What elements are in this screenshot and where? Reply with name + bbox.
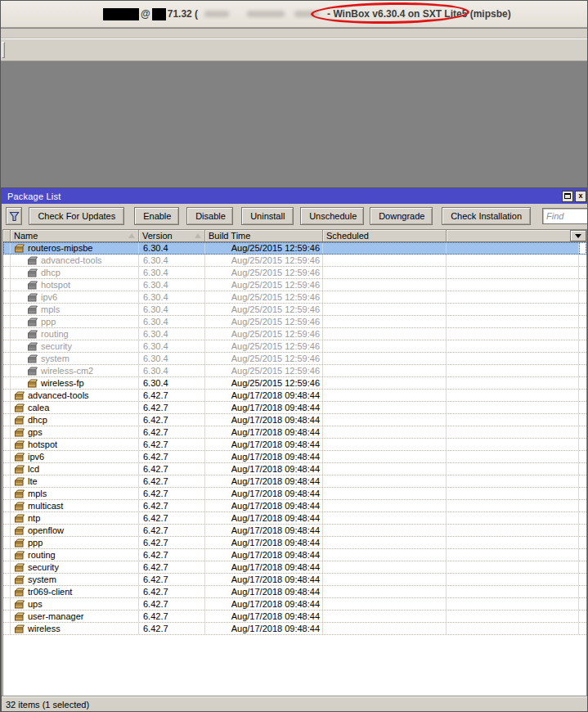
package-build-time: Aug/17/2018 09:48:44 [231, 599, 320, 609]
maximize-button[interactable] [562, 191, 573, 202]
table-row[interactable]: gps 6.42.7 Aug/17/2018 09:48:44 [3, 426, 586, 439]
table-row[interactable]: wireless-fp 6.30.4 Aug/25/2015 12:59:46 [3, 377, 586, 390]
table-row[interactable]: mpls 6.42.7 Aug/17/2018 09:48:44 [3, 488, 586, 500]
package-icon [27, 367, 38, 376]
package-version: 6.42.7 [143, 538, 168, 548]
package-version: 6.30.4 [143, 255, 168, 265]
table-row[interactable]: multicast 6.42.7 Aug/17/2018 09:48:44 [3, 500, 586, 512]
package-icon [27, 281, 38, 290]
header-name[interactable]: Name [11, 230, 139, 241]
package-name: user-manager [28, 611, 83, 621]
table-row[interactable]: routing 6.42.7 Aug/17/2018 09:48:44 [3, 549, 586, 561]
table-row[interactable]: calea 6.42.7 Aug/17/2018 09:48:44 [3, 402, 586, 414]
table-row[interactable]: hotspot 6.42.7 Aug/17/2018 09:48:44 [3, 439, 586, 451]
package-build-time: Aug/17/2018 09:48:44 [231, 439, 320, 449]
uninstall-button[interactable]: Uninstall [241, 207, 294, 225]
package-version: 6.42.7 [143, 403, 168, 412]
package-version: 6.30.4 [143, 354, 168, 363]
package-name: ppp [28, 538, 43, 548]
package-version: 6.30.4 [143, 268, 168, 277]
disable-button[interactable]: Disable [186, 207, 233, 225]
blurred-redaction [198, 7, 327, 20]
close-button[interactable]: x [575, 191, 586, 202]
table-row[interactable]: ups 6.42.7 Aug/17/2018 09:48:44 [3, 598, 586, 611]
package-version: 6.42.7 [143, 476, 168, 486]
check-installation-button[interactable]: Check Installation [442, 207, 531, 225]
table-row[interactable]: hotspot 6.30.4 Aug/25/2015 12:59:46 [3, 279, 586, 291]
table-body: routeros-mipsbe 6.30.4 Aug/25/2015 12:59… [3, 242, 586, 696]
package-icon [14, 403, 25, 412]
package-build-time: Aug/25/2015 12:59:46 [231, 304, 320, 314]
package-build-time: Aug/25/2015 12:59:46 [231, 317, 320, 327]
package-version: 6.42.7 [143, 415, 168, 425]
table-row[interactable]: dhcp 6.30.4 Aug/25/2015 12:59:46 [3, 267, 586, 279]
package-version: 6.30.4 [143, 341, 168, 351]
filter-button[interactable] [6, 207, 22, 225]
package-icon [14, 588, 25, 597]
table-row[interactable]: security 6.42.7 Aug/17/2018 09:48:44 [3, 561, 586, 574]
table-row[interactable]: advanced-tools 6.30.4 Aug/25/2015 12:59:… [3, 255, 586, 267]
package-build-time: Aug/17/2018 09:48:44 [231, 550, 320, 560]
package-icon [14, 575, 25, 584]
header-status-column[interactable] [3, 230, 11, 241]
table-row[interactable]: lte 6.42.7 Aug/17/2018 09:48:44 [3, 475, 586, 488]
package-build-time: Aug/25/2015 12:59:46 [231, 378, 320, 388]
window-titlebar[interactable]: Package List x [2, 188, 588, 204]
enable-button[interactable]: Enable [134, 207, 179, 225]
table-row[interactable]: ntp 6.42.7 Aug/17/2018 09:48:44 [3, 512, 586, 525]
table-row[interactable]: wireless-cm2 6.30.4 Aug/25/2015 12:59:46 [3, 365, 586, 377]
table-row[interactable]: ppp 6.30.4 Aug/25/2015 12:59:46 [3, 316, 586, 328]
header-empty-column [447, 230, 570, 241]
package-icon [27, 330, 38, 339]
table-row[interactable]: routing 6.30.4 Aug/25/2015 12:59:46 [3, 328, 586, 340]
table-row[interactable]: dhcp 6.42.7 Aug/17/2018 09:48:44 [3, 414, 586, 426]
package-version: 6.30.4 [143, 329, 168, 339]
find-input[interactable] [542, 208, 588, 224]
table-row[interactable]: system 6.42.7 Aug/17/2018 09:48:44 [3, 574, 586, 586]
column-options-dropdown[interactable] [570, 230, 586, 241]
table-row[interactable]: advanced-tools 6.42.7 Aug/17/2018 09:48:… [3, 390, 586, 402]
table-row[interactable]: wireless 6.42.7 Aug/17/2018 09:48:44 [3, 623, 586, 635]
package-version: 6.30.4 [143, 366, 168, 376]
table-row[interactable]: tr069-client 6.42.7 Aug/17/2018 09:48:44 [3, 586, 586, 598]
package-version: 6.30.4 [143, 292, 168, 302]
header-version[interactable]: Version [139, 230, 205, 241]
app-title: @71.32 (- WinBox v6.30.4 on SXT Lite5 (m… [103, 7, 511, 21]
table-row[interactable]: ipv6 6.42.7 Aug/17/2018 09:48:44 [3, 451, 586, 463]
unschedule-button[interactable]: Unschedule [300, 207, 364, 225]
toolbar-grip[interactable] [2, 42, 5, 58]
package-version: 6.42.7 [143, 427, 168, 437]
package-name: mpls [28, 489, 47, 498]
table-row[interactable]: lcd 6.42.7 Aug/17/2018 09:48:44 [3, 463, 586, 475]
table-row[interactable]: openflow 6.42.7 Aug/17/2018 09:48:44 [3, 525, 586, 537]
table-row[interactable]: mpls 6.30.4 Aug/25/2015 12:59:46 [3, 304, 586, 316]
package-name: routing [41, 329, 69, 339]
chevron-down-icon [575, 234, 581, 238]
package-icon [14, 489, 25, 498]
table-row[interactable]: ppp 6.42.7 Aug/17/2018 09:48:44 [3, 537, 586, 549]
package-toolbar: Check For Updates Enable Disable Uninsta… [2, 204, 588, 228]
package-icon [14, 502, 25, 511]
downgrade-button[interactable]: Downgrade [370, 207, 433, 225]
table-row[interactable]: system 6.30.4 Aug/25/2015 12:59:46 [3, 353, 586, 365]
package-build-time: Aug/25/2015 12:59:46 [231, 255, 320, 265]
table-row[interactable]: security 6.30.4 Aug/25/2015 12:59:46 [3, 340, 586, 353]
package-table: Name Version Build Time Scheduled router… [2, 229, 587, 696]
package-name: lcd [28, 464, 39, 474]
header-build-time[interactable]: Build Time [205, 230, 323, 241]
package-icon [14, 551, 25, 560]
package-icon [14, 391, 25, 400]
table-row[interactable]: routeros-mipsbe 6.30.4 Aug/25/2015 12:59… [3, 242, 586, 255]
check-for-updates-button[interactable]: Check For Updates [29, 207, 124, 225]
package-name: dhcp [28, 415, 47, 425]
package-icon [14, 416, 25, 425]
table-row[interactable]: ipv6 6.30.4 Aug/25/2015 12:59:46 [3, 291, 586, 304]
package-name: system [41, 354, 70, 363]
package-icon [14, 453, 25, 462]
package-name: tr069-client [28, 587, 72, 597]
header-scheduled[interactable]: Scheduled [323, 230, 447, 241]
table-row[interactable]: user-manager 6.42.7 Aug/17/2018 09:48:44 [3, 611, 586, 623]
package-version: 6.42.7 [143, 525, 168, 535]
package-version: 6.42.7 [143, 513, 168, 523]
package-icon [14, 624, 25, 633]
